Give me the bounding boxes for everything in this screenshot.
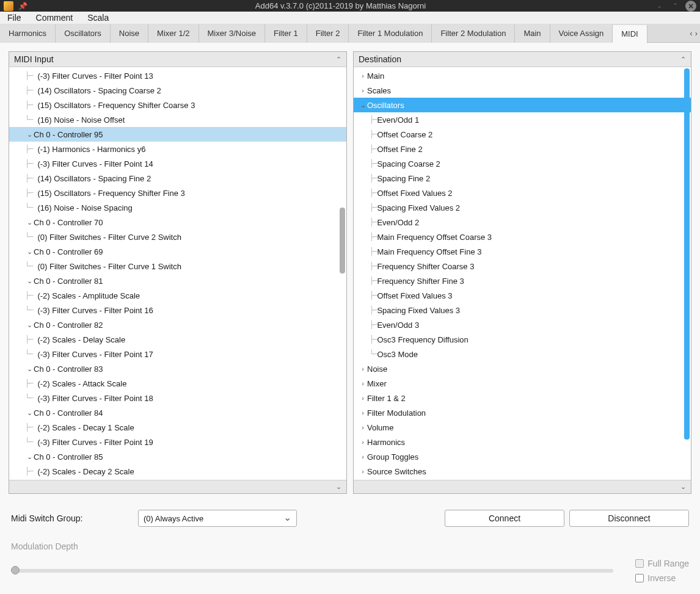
tree-leaf[interactable]: ├─ (14) Oscillators - Spacing Fine 2: [9, 171, 346, 186]
tree-leaf[interactable]: ├─ (15) Oscillators - Frequency Shifter …: [9, 186, 346, 200]
tree-leaf[interactable]: ├─ (-3) Filter Curves - Filter Point 13: [9, 68, 346, 83]
tree-leaf[interactable]: └─ (-3) Filter Curves - Filter Point 18: [9, 391, 346, 405]
tree-leaf[interactable]: ├─ Offset Coarse 2: [354, 127, 691, 142]
chevron-right-icon[interactable]: ›: [359, 453, 367, 460]
tab-scroll-left-icon[interactable]: ‹: [690, 29, 692, 38]
tree-leaf[interactable]: └─ (16) Noise - Noise Spacing: [9, 200, 346, 215]
menu-scala[interactable]: Scala: [87, 13, 109, 23]
tree-node[interactable]: › Filter 1 & 2: [354, 391, 691, 405]
chevron-down-icon[interactable]: ⌄: [25, 248, 34, 256]
tree-node[interactable]: › Scales: [354, 83, 691, 98]
tree-node[interactable]: › Main: [354, 68, 691, 83]
tab-filter-2[interactable]: Filter 2: [307, 24, 349, 43]
tree-node[interactable]: ⌄ Ch 0 - Controller 82: [9, 317, 346, 332]
chevron-down-icon[interactable]: ⌄: [25, 219, 34, 226]
tree-node[interactable]: › Mixer: [354, 376, 691, 391]
tree-node[interactable]: ⌄ Ch 0 - Controller 69: [9, 244, 346, 259]
tree-leaf[interactable]: └─ Osc3 Mode: [354, 347, 691, 361]
scroll-down-icon[interactable]: ⌄: [336, 483, 341, 491]
tree-leaf[interactable]: ├─ Offset Fixed Values 3: [354, 288, 691, 303]
tree-node[interactable]: ⌄ Ch 0 - Controller 81: [9, 273, 346, 288]
tab-scroll-right-icon[interactable]: ›: [695, 29, 698, 38]
tree-leaf[interactable]: ├─ (-2) Scales - Attack Scale: [9, 376, 346, 391]
disconnect-button[interactable]: Disconnect: [569, 510, 689, 527]
close-icon[interactable]: ×: [685, 1, 696, 12]
tree-leaf[interactable]: ├─ (-3) Filter Curves - Filter Point 14: [9, 156, 346, 171]
full-range-checkbox[interactable]: Full Range: [635, 559, 689, 568]
tree-leaf[interactable]: └─ (16) Noise - Noise Offset: [9, 112, 346, 127]
tree-leaf[interactable]: ├─ Offset Fine 2: [354, 142, 691, 156]
tree-leaf[interactable]: ├─ Main Frequency Offset Coarse 3: [354, 230, 691, 244]
tree-node[interactable]: ⌄ Ch 0 - Controller 83: [9, 361, 346, 376]
scroll-down-icon[interactable]: ⌄: [680, 483, 686, 491]
tree-leaf[interactable]: ├─ (-2) Scales - Decay 2 Scale: [9, 464, 346, 479]
tree-leaf[interactable]: ├─ (-2) Scales - Decay 1 Scale: [9, 420, 346, 435]
tab-harmonics[interactable]: Harmonics: [0, 24, 56, 43]
chevron-right-icon[interactable]: ›: [359, 365, 367, 372]
slider-thumb[interactable]: [11, 566, 20, 574]
tree-leaf[interactable]: ├─ Spacing Fixed Values 3: [354, 303, 691, 317]
chevron-right-icon[interactable]: ›: [359, 394, 367, 402]
tree-leaf[interactable]: ├─ Osc3 Frequency Diffusion: [354, 332, 691, 347]
tree-leaf[interactable]: ├─ Frequency Shifter Coarse 3: [354, 259, 691, 273]
tree-node[interactable]: ⌄ Ch 0 - Controller 85: [9, 449, 346, 464]
tree-leaf[interactable]: ├─ Main Frequency Offset Fine 3: [354, 244, 691, 259]
chevron-down-icon[interactable]: ⌄: [25, 365, 34, 373]
tab-mixer-3-noise[interactable]: Mixer 3/Noise: [199, 24, 265, 43]
tab-filter-1[interactable]: Filter 1: [265, 24, 307, 43]
destination-tree[interactable]: › Main› Scales⌄ Oscillators├─ Even/Odd 1…: [354, 67, 691, 480]
tree-leaf[interactable]: ├─ (-1) Harmonics - Harmonics y6: [9, 142, 346, 156]
tree-leaf[interactable]: ├─ Offset Fixed Values 2: [354, 186, 691, 200]
tab-voice-assign[interactable]: Voice Assign: [550, 24, 613, 43]
chevron-down-icon[interactable]: ⌄: [25, 453, 34, 461]
tree-leaf[interactable]: ├─ (15) Oscillators - Frequency Shifter …: [9, 98, 346, 112]
chevron-right-icon[interactable]: ›: [359, 87, 367, 94]
chevron-down-icon[interactable]: ⌄: [359, 101, 367, 109]
connect-button[interactable]: Connect: [445, 510, 564, 527]
tab-main[interactable]: Main: [515, 24, 550, 43]
midi-input-tree[interactable]: ├─ (-3) Filter Curves - Filter Point 13├…: [9, 67, 346, 480]
chevron-right-icon[interactable]: ›: [359, 72, 367, 79]
tree-leaf[interactable]: ├─ (14) Oscillators - Spacing Coarse 2: [9, 83, 346, 98]
chevron-down-icon[interactable]: ⌄: [25, 131, 34, 139]
chevron-down-icon[interactable]: ⌄: [25, 277, 34, 285]
tree-node[interactable]: › Noise: [354, 361, 691, 376]
tree-node[interactable]: ⌄ Ch 0 - Controller 95: [9, 127, 346, 142]
chevron-right-icon[interactable]: ›: [359, 424, 367, 431]
tree-leaf[interactable]: └─ (-3) Filter Curves - Filter Point 19: [9, 435, 346, 449]
tree-leaf[interactable]: ├─ Spacing Fixed Values 2: [354, 200, 691, 215]
tab-noise[interactable]: Noise: [111, 24, 148, 43]
menu-comment[interactable]: Comment: [36, 13, 73, 23]
chevron-right-icon[interactable]: ›: [359, 380, 367, 387]
tree-node[interactable]: › Filter Modulation: [354, 405, 691, 420]
tree-node[interactable]: › Volume: [354, 420, 691, 435]
scroll-up-icon[interactable]: ⌃: [336, 56, 341, 63]
tree-leaf[interactable]: ├─ Spacing Fine 2: [354, 171, 691, 186]
tree-node[interactable]: › Harmonics: [354, 435, 691, 449]
modulation-depth-slider[interactable]: [11, 569, 613, 573]
scrollbar[interactable]: [339, 67, 346, 480]
chevron-right-icon[interactable]: ›: [359, 438, 367, 446]
scrollbar[interactable]: [684, 67, 690, 480]
tab-oscillators[interactable]: Oscillators: [56, 24, 111, 43]
chevron-down-icon[interactable]: ⌄: [25, 321, 34, 329]
tree-node[interactable]: ⌄ Ch 0 - Controller 84: [9, 405, 346, 420]
chevron-down-icon[interactable]: ⌄: [25, 409, 34, 417]
inverse-checkbox[interactable]: Inverse: [635, 573, 676, 583]
tab-midi[interactable]: MIDI: [613, 25, 647, 43]
tree-leaf[interactable]: ├─ Even/Odd 1: [354, 112, 691, 127]
tree-leaf[interactable]: ├─ (-2) Scales - Delay Scale: [9, 332, 346, 347]
midi-switch-group-select[interactable]: (0) Always Active: [138, 510, 297, 527]
tab-filter-1-modulation[interactable]: Filter 1 Modulation: [349, 24, 432, 43]
menu-file[interactable]: File: [7, 13, 21, 23]
tree-leaf[interactable]: └─ (0) Filter Switches - Filter Curve 2 …: [9, 230, 346, 244]
tree-leaf[interactable]: ├─ Frequency Shifter Fine 3: [354, 273, 691, 288]
tree-node[interactable]: › Source Switches: [354, 464, 691, 479]
tree-leaf[interactable]: ├─ Even/Odd 2: [354, 215, 691, 230]
maximize-icon[interactable]: ⌃: [669, 1, 680, 12]
tree-node[interactable]: ⌄ Oscillators: [354, 98, 691, 112]
tree-leaf[interactable]: ├─ Even/Odd 3: [354, 317, 691, 332]
minimize-icon[interactable]: ⌄: [654, 1, 665, 12]
tree-node[interactable]: › Group Toggles: [354, 449, 691, 464]
tree-leaf[interactable]: └─ (0) Filter Switches - Filter Curve 1 …: [9, 259, 346, 273]
